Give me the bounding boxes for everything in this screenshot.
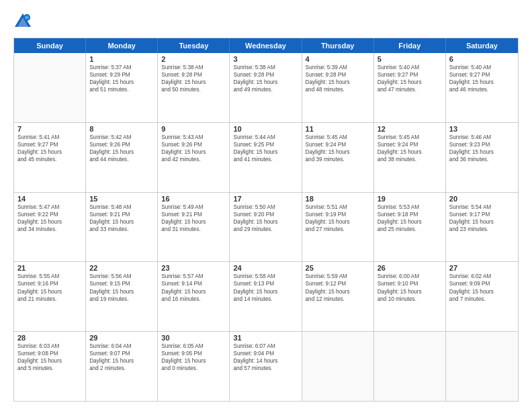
calendar-cell: 15Sunrise: 5:48 AMSunset: 9:21 PMDayligh… [86, 193, 158, 262]
cell-info-line: Sunrise: 5:57 AM [161, 273, 226, 280]
calendar-cell: 13Sunrise: 5:46 AMSunset: 9:23 PMDayligh… [446, 123, 518, 192]
cell-info-line: Sunrise: 5:41 AM [17, 134, 82, 141]
calendar-cell: 19Sunrise: 5:53 AMSunset: 9:18 PMDayligh… [374, 193, 446, 262]
cell-info-line: and 49 minutes. [233, 86, 298, 93]
day-number: 18 [306, 195, 370, 203]
calendar-cell: 14Sunrise: 5:47 AMSunset: 9:22 PMDayligh… [14, 193, 86, 262]
cell-info-line: Sunset: 9:18 PM [378, 211, 442, 218]
cell-info-line: Sunset: 9:15 PM [89, 280, 154, 287]
day-number: 17 [233, 195, 298, 203]
cell-info-line: Sunset: 9:25 PM [233, 141, 298, 148]
calendar-cell [446, 332, 518, 401]
cell-info-line: and 0 minutes. [161, 365, 226, 372]
weekday-header: Friday [374, 38, 446, 53]
cell-info-line: and 16 minutes. [161, 295, 226, 303]
cell-info-line: Sunrise: 5:54 AM [449, 203, 515, 211]
cell-info-line: and 2 minutes. [89, 365, 154, 372]
calendar-cell: 29Sunrise: 6:04 AMSunset: 9:07 PMDayligh… [86, 332, 158, 401]
cell-info-line: Daylight: 15 hours [17, 218, 82, 226]
calendar-cell: 12Sunrise: 5:45 AMSunset: 9:24 PMDayligh… [374, 123, 446, 192]
calendar-row: 1Sunrise: 5:37 AMSunset: 9:29 PMDaylight… [14, 53, 518, 122]
calendar-body: 1Sunrise: 5:37 AMSunset: 9:29 PMDaylight… [14, 53, 518, 401]
cell-info-line: Sunrise: 5:49 AM [161, 203, 226, 211]
cell-info-line: Sunset: 9:07 PM [89, 350, 154, 357]
day-number: 3 [233, 55, 298, 63]
day-number: 29 [89, 334, 154, 342]
day-number: 31 [233, 334, 298, 342]
cell-info-line: Daylight: 15 hours [306, 79, 370, 86]
cell-info-line: Sunset: 9:28 PM [233, 71, 298, 79]
cell-info-line: Sunrise: 6:02 AM [449, 273, 515, 280]
cell-info-line: Sunset: 9:26 PM [161, 141, 226, 148]
cell-info-line: Daylight: 15 hours [306, 288, 370, 295]
cell-info-line: and 45 minutes. [17, 156, 82, 163]
cell-info-line: and 36 minutes. [449, 156, 515, 163]
cell-info-line: Daylight: 15 hours [89, 288, 154, 295]
weekday-header: Saturday [446, 38, 518, 53]
day-number: 9 [161, 125, 226, 133]
cell-info-line: Sunrise: 5:46 AM [449, 134, 515, 141]
day-number: 2 [161, 55, 226, 63]
day-number: 13 [449, 125, 515, 133]
logo [13, 12, 35, 31]
cell-info-line: and 50 minutes. [161, 86, 226, 93]
calendar-cell: 17Sunrise: 5:50 AMSunset: 9:20 PMDayligh… [230, 193, 302, 262]
cell-info-line: Sunrise: 5:55 AM [17, 273, 82, 280]
day-number: 20 [449, 195, 515, 203]
day-number: 12 [378, 125, 442, 133]
cell-info-line: Sunrise: 5:39 AM [306, 64, 370, 71]
cell-info-line: Sunset: 9:14 PM [161, 280, 226, 287]
calendar-cell: 24Sunrise: 5:58 AMSunset: 9:13 PMDayligh… [230, 262, 302, 331]
day-number: 6 [449, 55, 515, 63]
header [13, 12, 519, 31]
cell-info-line: Sunrise: 5:44 AM [233, 134, 298, 141]
weekday-header: Thursday [302, 38, 374, 53]
cell-info-line: and 41 minutes. [233, 156, 298, 163]
cell-info-line: and 44 minutes. [89, 156, 154, 163]
cell-info-line: Sunrise: 5:40 AM [449, 64, 515, 71]
cell-info-line: and 14 minutes. [233, 295, 298, 303]
cell-info-line: Sunset: 9:28 PM [161, 71, 226, 79]
cell-info-line: Sunrise: 5:42 AM [89, 134, 154, 141]
cell-info-line: and 31 minutes. [161, 226, 226, 233]
weekday-header: Tuesday [158, 38, 230, 53]
day-number: 23 [161, 264, 226, 272]
day-number: 26 [378, 264, 442, 272]
cell-info-line: Sunset: 9:13 PM [233, 280, 298, 287]
cell-info-line: Daylight: 15 hours [233, 218, 298, 226]
cell-info-line: and 7 minutes. [449, 295, 515, 303]
calendar-cell: 9Sunrise: 5:43 AMSunset: 9:26 PMDaylight… [158, 123, 230, 192]
cell-info-line: Sunset: 9:05 PM [161, 350, 226, 357]
cell-info-line: and 46 minutes. [449, 86, 515, 93]
cell-info-line: Sunset: 9:27 PM [17, 141, 82, 148]
calendar-cell: 18Sunrise: 5:51 AMSunset: 9:19 PMDayligh… [302, 193, 374, 262]
cell-info-line: Sunset: 9:04 PM [233, 350, 298, 357]
day-number: 16 [161, 195, 226, 203]
calendar-header: SundayMondayTuesdayWednesdayThursdayFrid… [14, 38, 518, 53]
cell-info-line: Sunset: 9:27 PM [449, 71, 515, 79]
calendar-row: 28Sunrise: 6:03 AMSunset: 9:08 PMDayligh… [14, 331, 518, 401]
cell-info-line: Sunrise: 5:38 AM [233, 64, 298, 71]
cell-info-line: Daylight: 15 hours [17, 148, 82, 156]
cell-info-line: Daylight: 15 hours [449, 218, 515, 226]
calendar-cell: 6Sunrise: 5:40 AMSunset: 9:27 PMDaylight… [446, 53, 518, 122]
cell-info-line: Sunset: 9:12 PM [306, 280, 370, 287]
cell-info-line: and 27 minutes. [306, 226, 370, 233]
cell-info-line: Sunrise: 5:45 AM [306, 134, 370, 141]
calendar-cell: 22Sunrise: 5:56 AMSunset: 9:15 PMDayligh… [86, 262, 158, 331]
svg-point-3 [25, 15, 29, 19]
cell-info-line: and 34 minutes. [17, 226, 82, 233]
day-number: 7 [17, 125, 82, 133]
cell-info-line: Sunset: 9:20 PM [233, 211, 298, 218]
calendar-row: 21Sunrise: 5:55 AMSunset: 9:16 PMDayligh… [14, 261, 518, 331]
cell-info-line: Sunset: 9:24 PM [378, 141, 442, 148]
cell-info-line: Sunrise: 5:51 AM [306, 203, 370, 211]
day-number: 8 [89, 125, 154, 133]
cell-info-line: and 51 minutes. [89, 86, 154, 93]
cell-info-line: and 21 minutes. [17, 295, 82, 303]
cell-info-line: Sunrise: 6:04 AM [89, 342, 154, 350]
calendar-cell: 11Sunrise: 5:45 AMSunset: 9:24 PMDayligh… [302, 123, 374, 192]
cell-info-line: Sunset: 9:22 PM [17, 211, 82, 218]
cell-info-line: Sunset: 9:19 PM [306, 211, 370, 218]
cell-info-line: Daylight: 15 hours [161, 79, 226, 86]
